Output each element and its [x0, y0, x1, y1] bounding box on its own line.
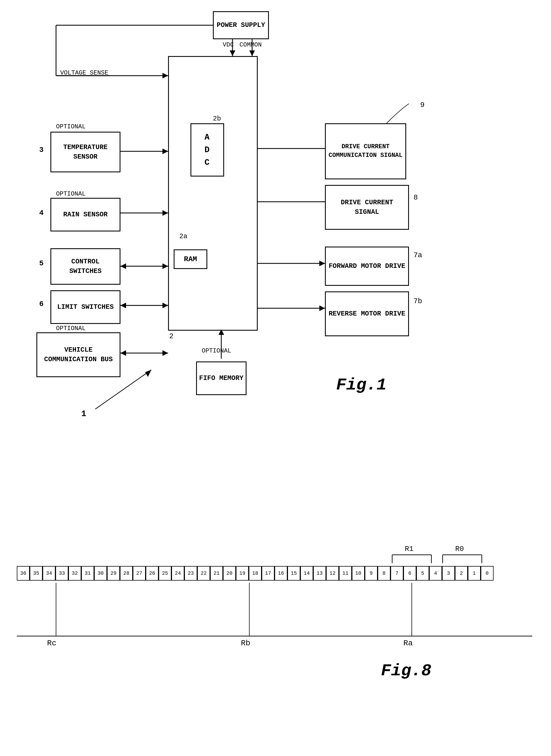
vehicle-comm-box: VEHICLE COMMUNICATION BUS — [36, 332, 120, 377]
ref-2b: 2b — [213, 115, 221, 122]
ra-label: Ra — [403, 639, 413, 648]
bit-cell-36: 36 — [17, 566, 30, 581]
bit-cell-34: 34 — [43, 566, 55, 581]
bit-cell-31: 31 — [81, 566, 94, 581]
ref-6: 6 — [39, 300, 44, 308]
bit-row: 3635343332313029282726252423222120191817… — [17, 566, 494, 581]
fig8-lines — [17, 532, 538, 743]
bit-cell-17: 17 — [261, 566, 274, 581]
vdc-label: VDC — [223, 41, 234, 48]
drive-current-comm-box: DRIVE CURRENT COMMUNICATION SIGNAL — [325, 123, 406, 179]
ref-7a: 7a — [414, 251, 422, 260]
optional-rain-label: OPTIONAL — [56, 191, 86, 198]
bit-cell-27: 27 — [133, 566, 146, 581]
bit-cell-1: 1 — [468, 566, 481, 581]
svg-marker-27 — [319, 261, 325, 266]
fig8-diagram: R1 R0 3635343332313029282726252423222120… — [17, 532, 538, 743]
bit-cell-8: 8 — [378, 566, 391, 581]
control-switches-box: CONTROL SWITCHES — [50, 248, 120, 285]
ram-label: RAM — [184, 255, 197, 263]
bit-cell-28: 28 — [120, 566, 133, 581]
bit-cell-14: 14 — [300, 566, 313, 581]
fig8-label: Fig.8 — [381, 661, 431, 680]
bit-cell-35: 35 — [30, 566, 43, 581]
reverse-motor-box: REVERSE MOTOR DRIVE — [325, 291, 409, 336]
control-switches-label: CONTROL SWITCHES — [53, 257, 117, 276]
power-supply-label: POWER SUPPLY — [217, 21, 265, 29]
bit-cell-9: 9 — [365, 566, 378, 581]
bit-cell-2: 2 — [455, 566, 468, 581]
ref-2a: 2a — [179, 233, 187, 240]
bit-cell-20: 20 — [223, 566, 236, 581]
forward-motor-box: FORWARD MOTOR DRIVE — [325, 247, 409, 286]
bit-cell-6: 6 — [403, 566, 416, 581]
bit-cell-7: 7 — [391, 566, 403, 581]
bit-cell-19: 19 — [236, 566, 249, 581]
bit-cell-0: 0 — [481, 566, 494, 581]
rc-label: Rc — [47, 639, 57, 648]
drive-current-signal-box: DRIVE CURRENT SIGNAL — [325, 185, 409, 230]
bit-cell-23: 23 — [184, 566, 197, 581]
bit-cell-18: 18 — [249, 566, 261, 581]
svg-marker-33 — [145, 370, 151, 377]
vehicle-comm-label: VEHICLE COMMUNICATION BUS — [39, 345, 117, 364]
ram-box: RAM — [174, 249, 207, 269]
svg-marker-15 — [120, 263, 126, 269]
bit-cell-15: 15 — [288, 566, 300, 581]
svg-marker-12 — [162, 210, 168, 216]
limit-switches-label: LIMIT SWITCHES — [57, 302, 114, 312]
bit-cell-32: 32 — [68, 566, 81, 581]
ref-2: 2 — [169, 332, 174, 340]
bit-cell-12: 12 — [326, 566, 339, 581]
r0-label: R0 — [455, 545, 464, 553]
rain-sensor-label: RAIN SENSOR — [63, 210, 108, 220]
svg-marker-14 — [162, 263, 168, 269]
adc-label: ADC — [204, 131, 210, 169]
optional-vcomm-label: OPTIONAL — [56, 325, 86, 332]
ref-1: 1 — [81, 409, 86, 419]
svg-marker-7 — [162, 73, 168, 78]
bit-cell-3: 3 — [442, 566, 455, 581]
svg-marker-29 — [319, 305, 325, 311]
rain-sensor-box: RAIN SENSOR — [50, 198, 120, 232]
common-label: COMMON — [239, 41, 261, 48]
fig1-diagram: POWER SUPPLY VDC COMMON VOLTAGE SENSE OP… — [0, 0, 551, 504]
bit-cell-11: 11 — [339, 566, 352, 581]
ref-9: 9 — [420, 101, 425, 109]
drive-current-signal-label: DRIVE CURRENT SIGNAL — [328, 198, 406, 217]
fifo-memory-label: FIFO MEMORY — [199, 374, 243, 383]
bit-cell-33: 33 — [55, 566, 68, 581]
limit-switches-box: LIMIT SWITCHES — [50, 290, 120, 324]
temperature-sensor-label: TEMPERATURE SENSOR — [53, 142, 117, 161]
ref-5: 5 — [39, 259, 44, 268]
svg-marker-1 — [230, 50, 235, 56]
svg-marker-18 — [120, 303, 126, 308]
bit-cell-4: 4 — [429, 566, 442, 581]
r1-label: R1 — [405, 545, 414, 553]
optional-fifo-label: OPTIONAL — [202, 347, 231, 354]
main-controller-box — [168, 56, 258, 331]
bit-cell-5: 5 — [416, 566, 429, 581]
svg-marker-20 — [162, 350, 168, 356]
bit-cell-13: 13 — [313, 566, 326, 581]
bit-cell-25: 25 — [158, 566, 171, 581]
temperature-sensor-box: TEMPERATURE SENSOR — [50, 132, 120, 172]
ref-4: 4 — [39, 209, 44, 217]
bit-cell-30: 30 — [94, 566, 107, 581]
bit-cell-22: 22 — [197, 566, 210, 581]
rb-label: Rb — [241, 639, 250, 648]
bit-cell-10: 10 — [352, 566, 365, 581]
adc-box: ADC — [190, 123, 224, 176]
ref-7b: 7b — [414, 297, 422, 305]
reverse-motor-label: REVERSE MOTOR DRIVE — [329, 309, 405, 319]
bit-cell-24: 24 — [171, 566, 184, 581]
svg-marker-10 — [162, 148, 168, 154]
bit-cell-29: 29 — [107, 566, 120, 581]
bit-cell-21: 21 — [210, 566, 223, 581]
optional-temp-label: OPTIONAL — [56, 123, 86, 130]
fifo-memory-box: FIFO MEMORY — [196, 361, 246, 395]
svg-marker-21 — [120, 350, 126, 356]
bit-cell-26: 26 — [146, 566, 158, 581]
forward-motor-label: FORWARD MOTOR DRIVE — [329, 262, 405, 271]
fig1-label: Fig.1 — [336, 375, 387, 395]
